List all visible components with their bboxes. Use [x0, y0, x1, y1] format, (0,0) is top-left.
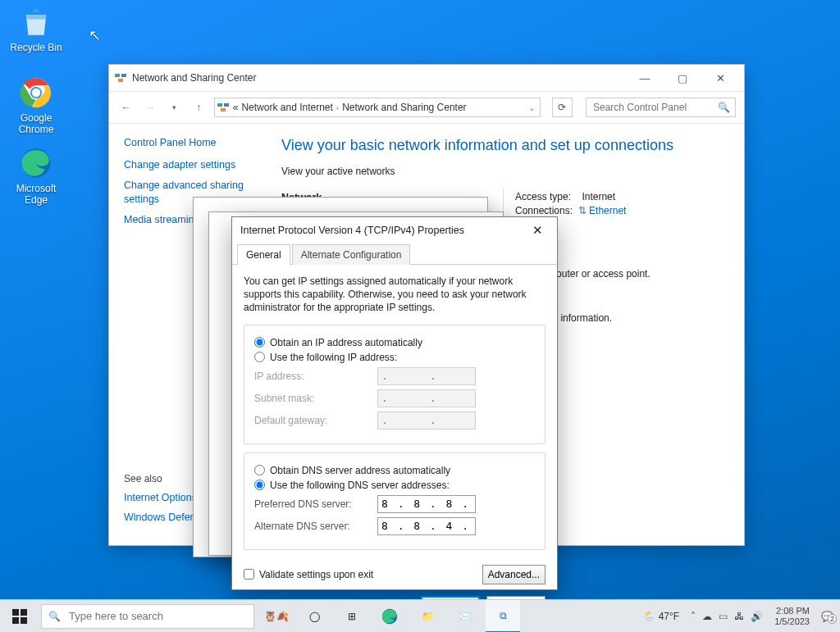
window-title: Network and Sharing Center: [132, 72, 256, 84]
validate-on-exit-checkbox[interactable]: [244, 569, 254, 580]
subnet-mask-input: [377, 389, 476, 407]
sidebar-link-adapter[interactable]: Change adapter settings: [124, 158, 267, 172]
taskbar-search-input[interactable]: [67, 609, 247, 623]
window-close-button[interactable]: ✕: [701, 66, 739, 90]
svg-rect-5: [121, 74, 126, 77]
desktop-icon-label: Google Chrome: [19, 112, 54, 135]
chrome-icon: [19, 75, 53, 110]
radio-dns-auto-label[interactable]: Obtain DNS server address automatically: [270, 465, 450, 476]
window-toolbar: ← → ▾ ↑ « Network and Internet › Network…: [109, 91, 744, 124]
search-input[interactable]: [591, 101, 718, 114]
mail-icon: ✉️: [459, 611, 472, 622]
svg-rect-4: [115, 74, 120, 77]
taskbar-app-control-panel[interactable]: ⧉: [486, 600, 520, 633]
weather-temp: 47°F: [659, 611, 679, 622]
search-icon[interactable]: 🔍: [718, 102, 730, 113]
breadcrumb-back[interactable]: «: [233, 102, 239, 113]
dialog-description: You can get IP settings assigned automat…: [244, 275, 546, 315]
dialog-titlebar[interactable]: Internet Protocol Version 4 (TCP/IPv4) P…: [232, 217, 557, 243]
access-type-value: Internet: [582, 191, 615, 202]
radio-ip-manual[interactable]: [254, 352, 265, 362]
desktop-icon-edge[interactable]: Microsoft Edge: [5, 146, 67, 206]
dialog-tabs: General Alternate Configuration: [232, 243, 557, 265]
radio-dns-manual-label[interactable]: Use the following DNS server addresses:: [270, 480, 450, 491]
network-center-icon: [114, 71, 127, 84]
chevron-down-icon[interactable]: ⌄: [528, 103, 535, 112]
taskbar-app-edge[interactable]: [372, 600, 407, 633]
validate-on-exit-label[interactable]: Validate settings upon exit: [259, 569, 373, 580]
refresh-button[interactable]: ⟳: [552, 98, 573, 117]
svg-point-2: [32, 89, 41, 98]
taskbar-clock[interactable]: 2:08 PM 1/5/2023: [769, 606, 815, 625]
default-gateway-input: [377, 411, 476, 430]
page-subheading: View your active networks: [281, 166, 728, 177]
radio-ip-auto-label[interactable]: Obtain an IP address automatically: [270, 337, 422, 348]
taskbar-news-button[interactable]: 🦉🍂: [259, 600, 294, 633]
desktop: Recycle Bin Google Chrome Microsoft Edge…: [0, 0, 840, 599]
dialog-title: Internet Protocol Version 4 (TCP/IPv4) P…: [240, 225, 464, 236]
dns-group: Obtain DNS server address automatically …: [244, 452, 546, 550]
ip-address-group: Obtain an IP address automatically Use t…: [244, 325, 546, 444]
taskbar-taskview-button[interactable]: ⊞: [335, 600, 369, 633]
news-icon: 🦉🍂: [264, 611, 289, 622]
window-maximize-button[interactable]: ▢: [664, 66, 701, 90]
window-titlebar[interactable]: Network and Sharing Center — ▢ ✕: [109, 65, 744, 91]
search-field[interactable]: 🔍: [586, 98, 736, 117]
radio-ip-auto[interactable]: [254, 337, 265, 348]
control-panel-home-link[interactable]: Control Panel Home: [124, 137, 267, 148]
cursor-icon: ↖: [89, 26, 101, 44]
desktop-icon-recycle-bin[interactable]: Recycle Bin: [5, 5, 67, 53]
breadcrumb-item[interactable]: Network and Internet: [241, 102, 332, 113]
taskbar-cortana-button[interactable]: ◯: [297, 600, 331, 633]
nav-forward-button[interactable]: →: [141, 98, 158, 117]
onedrive-icon[interactable]: ☁: [702, 611, 712, 622]
radio-ip-manual-label[interactable]: Use the following IP address:: [270, 352, 397, 363]
desktop-icon-label: Recycle Bin: [10, 42, 62, 53]
clock-date: 1/5/2023: [774, 616, 810, 626]
preferred-dns-input[interactable]: [377, 495, 476, 513]
connection-link[interactable]: Ethernet: [589, 205, 626, 216]
nav-recent-dropdown[interactable]: ▾: [166, 98, 183, 117]
advanced-button[interactable]: Advanced...: [482, 565, 546, 584]
subnet-mask-label: Subnet mask:: [254, 393, 377, 404]
clock-time: 2:08 PM: [774, 606, 810, 616]
system-tray: ˄ ☁ ▭ 🖧 🔊 2:08 PM 1/5/2023 💬2: [684, 606, 840, 625]
notification-count: 2: [828, 614, 837, 624]
nav-back-button[interactable]: ←: [117, 98, 135, 117]
svg-rect-11: [21, 609, 27, 616]
desktop-icon-chrome[interactable]: Google Chrome: [5, 75, 67, 135]
svg-rect-12: [12, 617, 19, 624]
tab-general[interactable]: General: [237, 244, 290, 265]
battery-icon[interactable]: ▭: [719, 611, 728, 622]
connections-label: Connections:: [515, 205, 573, 216]
breadcrumb[interactable]: « Network and Internet › Network and Sha…: [214, 98, 541, 117]
folder-icon: 📁: [422, 611, 434, 622]
radio-dns-auto[interactable]: [254, 465, 265, 475]
windows-logo-icon: [12, 609, 27, 624]
tray-overflow-button[interactable]: ˄: [691, 611, 696, 622]
ip-address-input: [377, 367, 476, 385]
svg-rect-13: [21, 617, 27, 624]
nav-up-button[interactable]: ↑: [189, 98, 207, 117]
ip-address-label: IP address:: [254, 371, 377, 382]
alternate-dns-input[interactable]: [377, 517, 476, 535]
taskbar-app-explorer[interactable]: 📁: [410, 600, 445, 633]
action-center-button[interactable]: 💬2: [821, 611, 833, 622]
breadcrumb-item[interactable]: Network and Sharing Center: [342, 102, 466, 113]
svg-rect-8: [224, 103, 229, 107]
taskbar-search[interactable]: 🔍: [41, 604, 254, 629]
dialog-close-button[interactable]: ✕: [526, 219, 549, 242]
radio-dns-manual[interactable]: [254, 480, 265, 490]
network-icon[interactable]: 🖧: [734, 611, 744, 622]
taskbar: 🔍 🦉🍂 ◯ ⊞ 📁 ✉️ ⧉ 🌦️ 47°F ˄ ☁ ▭ 🖧 🔊 2:08 P…: [0, 599, 840, 632]
start-button[interactable]: [0, 600, 39, 633]
edge-icon: [19, 146, 53, 180]
chevron-right-icon: ›: [336, 103, 339, 112]
taskbar-app-mail[interactable]: ✉️: [448, 600, 482, 633]
taskbar-weather[interactable]: 🌦️ 47°F: [638, 611, 684, 622]
tab-alternate-configuration[interactable]: Alternate Configuration: [292, 244, 411, 265]
volume-icon[interactable]: 🔊: [751, 611, 763, 622]
window-minimize-button[interactable]: —: [626, 66, 664, 90]
control-panel-icon: ⧉: [500, 610, 507, 621]
ipv4-properties-dialog: Internet Protocol Version 4 (TCP/IPv4) P…: [231, 216, 558, 590]
